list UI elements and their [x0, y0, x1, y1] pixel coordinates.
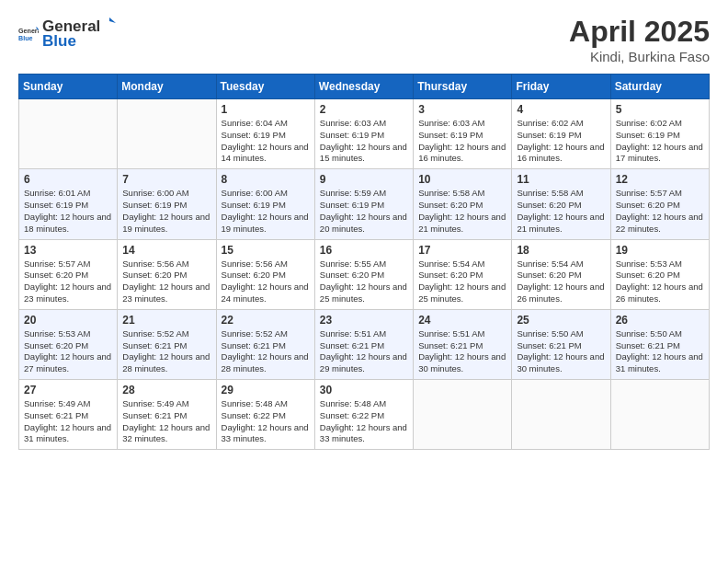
day-info: Sunrise: 5:56 AMSunset: 6:20 PMDaylight:… — [122, 259, 210, 305]
calendar-cell: 22Sunrise: 5:52 AMSunset: 6:21 PMDayligh… — [216, 309, 314, 379]
day-number: 11 — [517, 173, 605, 186]
calendar-table: Sunday Monday Tuesday Wednesday Thursday… — [18, 74, 710, 450]
header-thursday: Thursday — [414, 75, 512, 99]
calendar-cell: 24Sunrise: 5:51 AMSunset: 6:21 PMDayligh… — [414, 309, 512, 379]
day-number: 2 — [320, 103, 408, 116]
week-row-1: 1Sunrise: 6:04 AMSunset: 6:19 PMDaylight… — [19, 99, 710, 169]
day-number: 18 — [517, 244, 605, 257]
calendar-cell: 18Sunrise: 5:54 AMSunset: 6:20 PMDayligh… — [512, 239, 610, 309]
day-info: Sunrise: 5:49 AMSunset: 6:21 PMDaylight:… — [24, 398, 112, 445]
day-info: Sunrise: 6:00 AMSunset: 6:19 PMDaylight:… — [122, 188, 210, 235]
calendar-cell: 2Sunrise: 6:03 AMSunset: 6:19 PMDaylight… — [314, 99, 413, 169]
day-info: Sunrise: 5:52 AMSunset: 6:21 PMDaylight:… — [122, 328, 210, 375]
calendar-cell — [19, 99, 118, 169]
day-number: 28 — [122, 384, 210, 396]
day-number: 21 — [122, 314, 210, 327]
calendar-cell: 8Sunrise: 6:00 AMSunset: 6:19 PMDaylight… — [216, 169, 314, 239]
calendar-cell: 14Sunrise: 5:56 AMSunset: 6:20 PMDayligh… — [118, 239, 216, 309]
svg-marker-3 — [109, 17, 116, 23]
day-info: Sunrise: 5:55 AMSunset: 6:20 PMDaylight:… — [320, 259, 408, 305]
header-wednesday: Wednesday — [314, 75, 413, 99]
day-info: Sunrise: 5:51 AMSunset: 6:21 PMDaylight:… — [320, 328, 408, 375]
calendar-cell: 5Sunrise: 6:02 AMSunset: 6:19 PMDaylight… — [610, 99, 709, 169]
day-number: 27 — [24, 384, 112, 396]
calendar-cell: 19Sunrise: 5:53 AMSunset: 6:20 PMDayligh… — [610, 239, 709, 309]
week-row-5: 27Sunrise: 5:49 AMSunset: 6:21 PMDayligh… — [19, 380, 710, 450]
day-number: 26 — [616, 314, 704, 327]
calendar-cell: 10Sunrise: 5:58 AMSunset: 6:20 PMDayligh… — [414, 169, 512, 239]
day-number: 22 — [222, 314, 310, 327]
calendar-cell: 20Sunrise: 5:53 AMSunset: 6:20 PMDayligh… — [19, 309, 118, 379]
logo: General Blue General Blue — [18, 15, 119, 51]
week-row-4: 20Sunrise: 5:53 AMSunset: 6:20 PMDayligh… — [19, 309, 710, 379]
header-friday: Friday — [512, 75, 610, 99]
day-info: Sunrise: 5:54 AMSunset: 6:20 PMDaylight:… — [517, 259, 605, 305]
calendar-cell: 21Sunrise: 5:52 AMSunset: 6:21 PMDayligh… — [118, 309, 216, 379]
day-number: 19 — [616, 244, 704, 257]
day-number: 6 — [24, 173, 112, 186]
day-number: 13 — [24, 244, 112, 257]
day-number: 17 — [418, 244, 506, 257]
svg-text:General: General — [18, 28, 39, 35]
calendar-cell: 6Sunrise: 6:01 AMSunset: 6:19 PMDaylight… — [19, 169, 118, 239]
day-number: 16 — [320, 244, 408, 257]
calendar-cell: 28Sunrise: 5:49 AMSunset: 6:21 PMDayligh… — [118, 380, 216, 450]
calendar-cell — [512, 380, 610, 450]
header-saturday: Saturday — [610, 75, 709, 99]
day-number: 4 — [517, 103, 605, 116]
calendar-location: Kindi, Burkina Faso — [569, 49, 710, 64]
day-info: Sunrise: 5:56 AMSunset: 6:20 PMDaylight:… — [222, 259, 310, 305]
day-info: Sunrise: 5:59 AMSunset: 6:19 PMDaylight:… — [320, 188, 408, 235]
calendar-cell: 25Sunrise: 5:50 AMSunset: 6:21 PMDayligh… — [512, 309, 610, 379]
calendar-cell: 4Sunrise: 6:02 AMSunset: 6:19 PMDaylight… — [512, 99, 610, 169]
calendar-cell: 15Sunrise: 5:56 AMSunset: 6:20 PMDayligh… — [216, 239, 314, 309]
day-number: 10 — [418, 173, 506, 186]
calendar-cell: 26Sunrise: 5:50 AMSunset: 6:21 PMDayligh… — [610, 309, 709, 379]
day-number: 1 — [222, 103, 310, 116]
calendar-cell: 29Sunrise: 5:48 AMSunset: 6:22 PMDayligh… — [216, 380, 314, 450]
day-number: 29 — [222, 384, 310, 396]
calendar-cell: 27Sunrise: 5:49 AMSunset: 6:21 PMDayligh… — [19, 380, 118, 450]
day-number: 5 — [616, 103, 704, 116]
day-number: 8 — [222, 173, 310, 186]
day-info: Sunrise: 5:49 AMSunset: 6:21 PMDaylight:… — [122, 398, 210, 445]
day-info: Sunrise: 5:54 AMSunset: 6:20 PMDaylight:… — [418, 259, 506, 305]
calendar-cell: 3Sunrise: 6:03 AMSunset: 6:19 PMDaylight… — [414, 99, 512, 169]
day-info: Sunrise: 5:57 AMSunset: 6:20 PMDaylight:… — [616, 188, 704, 235]
logo-icon: General Blue — [18, 23, 39, 43]
day-number: 7 — [122, 173, 210, 186]
day-info: Sunrise: 6:03 AMSunset: 6:19 PMDaylight:… — [418, 118, 506, 165]
calendar-cell: 7Sunrise: 6:00 AMSunset: 6:19 PMDaylight… — [118, 169, 216, 239]
calendar-cell: 11Sunrise: 5:58 AMSunset: 6:20 PMDayligh… — [512, 169, 610, 239]
day-number: 12 — [616, 173, 704, 186]
calendar-cell — [414, 380, 512, 450]
day-number: 3 — [418, 103, 506, 116]
day-info: Sunrise: 5:50 AMSunset: 6:21 PMDaylight:… — [517, 328, 605, 375]
page-header: General Blue General Blue April 2025 Kin… — [18, 15, 710, 64]
calendar-cell: 17Sunrise: 5:54 AMSunset: 6:20 PMDayligh… — [414, 239, 512, 309]
day-info: Sunrise: 6:02 AMSunset: 6:19 PMDaylight:… — [517, 118, 605, 165]
day-number: 9 — [320, 173, 408, 186]
calendar-cell: 12Sunrise: 5:57 AMSunset: 6:20 PMDayligh… — [610, 169, 709, 239]
svg-text:Blue: Blue — [18, 34, 33, 41]
calendar-cell: 30Sunrise: 5:48 AMSunset: 6:22 PMDayligh… — [314, 380, 413, 450]
day-info: Sunrise: 6:01 AMSunset: 6:19 PMDaylight:… — [24, 188, 112, 235]
week-row-2: 6Sunrise: 6:01 AMSunset: 6:19 PMDaylight… — [19, 169, 710, 239]
header-monday: Monday — [118, 75, 216, 99]
weekday-header-row: Sunday Monday Tuesday Wednesday Thursday… — [19, 75, 710, 99]
day-info: Sunrise: 6:03 AMSunset: 6:19 PMDaylight:… — [320, 118, 408, 165]
week-row-3: 13Sunrise: 5:57 AMSunset: 6:20 PMDayligh… — [19, 239, 710, 309]
calendar-title: April 2025 — [569, 15, 710, 49]
day-info: Sunrise: 5:58 AMSunset: 6:20 PMDaylight:… — [418, 188, 506, 235]
calendar-cell: 9Sunrise: 5:59 AMSunset: 6:19 PMDaylight… — [314, 169, 413, 239]
day-info: Sunrise: 5:57 AMSunset: 6:20 PMDaylight:… — [24, 259, 112, 305]
day-info: Sunrise: 5:58 AMSunset: 6:20 PMDaylight:… — [517, 188, 605, 235]
day-number: 14 — [122, 244, 210, 257]
header-sunday: Sunday — [19, 75, 118, 99]
title-block: April 2025 Kindi, Burkina Faso — [569, 15, 710, 64]
calendar-cell — [610, 380, 709, 450]
calendar-cell: 23Sunrise: 5:51 AMSunset: 6:21 PMDayligh… — [314, 309, 413, 379]
day-info: Sunrise: 5:48 AMSunset: 6:22 PMDaylight:… — [320, 398, 408, 445]
calendar-cell: 1Sunrise: 6:04 AMSunset: 6:19 PMDaylight… — [216, 99, 314, 169]
day-info: Sunrise: 5:48 AMSunset: 6:22 PMDaylight:… — [222, 398, 310, 445]
